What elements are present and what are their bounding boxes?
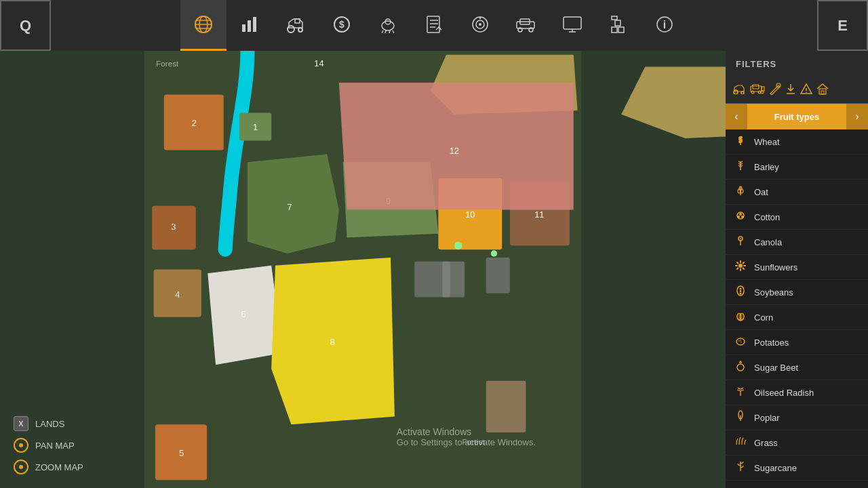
filter-tractor-icon[interactable] <box>732 83 746 97</box>
svg-rect-19 <box>427 16 439 33</box>
right-panel: FILTERS <box>726 51 868 488</box>
fruit-name-potatoes: Potatoes <box>754 338 789 348</box>
svg-text:3: 3 <box>171 222 176 232</box>
svg-point-86 <box>761 91 764 94</box>
nav-icon-tractor[interactable] <box>273 0 319 51</box>
filters-label: FILTERS <box>736 59 776 69</box>
svg-point-111 <box>738 340 740 342</box>
filter-house-icon[interactable] <box>816 83 829 98</box>
svg-point-101 <box>741 216 744 218</box>
main-content: Forest 2 1 7 9 10 11 12 14 <box>0 51 868 488</box>
fruit-icon-grass <box>734 435 747 450</box>
svg-text:12: 12 <box>450 146 459 156</box>
svg-line-17 <box>389 30 390 33</box>
q-button[interactable]: Q <box>0 0 51 51</box>
nav-icon-mission[interactable] <box>457 0 503 51</box>
svg-text:1: 1 <box>253 122 258 132</box>
svg-rect-82 <box>753 85 759 89</box>
svg-point-112 <box>741 342 742 343</box>
svg-point-9 <box>298 28 302 32</box>
fruit-icon-canola <box>734 235 747 249</box>
nav-icon-animal[interactable] <box>365 0 411 51</box>
fruit-item-sugar_beet[interactable]: Sugar Beet <box>726 355 868 380</box>
svg-text:5: 5 <box>179 448 184 458</box>
svg-line-15 <box>382 30 383 33</box>
topbar: Q <box>0 0 868 51</box>
fruit-icon-corn <box>734 310 747 325</box>
svg-point-100 <box>739 213 742 216</box>
fruit-item-sunflowers[interactable]: Sunflowers <box>726 255 868 280</box>
map-area[interactable]: Forest 2 1 7 9 10 11 12 14 <box>0 51 726 488</box>
svg-rect-69 <box>442 262 465 298</box>
fruit-name-sugarcane: Sugarcane <box>754 463 797 473</box>
svg-marker-49 <box>248 154 339 253</box>
fruit-types-prev[interactable]: ‹ <box>726 104 747 129</box>
fruit-item-corn[interactable]: Corn <box>726 305 868 330</box>
filter-truck-icon[interactable] <box>750 83 765 97</box>
fruit-item-canola[interactable]: Canola <box>726 230 868 255</box>
nav-icon-map[interactable] <box>180 0 226 51</box>
nav-icon-monitor[interactable] <box>549 0 595 51</box>
svg-text:Forest: Forest <box>156 59 179 68</box>
fruit-list[interactable]: WheatBarleyOatCottonCanolaSunflowersSoyb… <box>726 129 868 488</box>
svg-point-113 <box>740 340 741 341</box>
fruit-item-sugarcane[interactable]: Sugarcane <box>726 455 868 481</box>
nav-icon-contract[interactable] <box>411 0 457 51</box>
svg-rect-72 <box>486 381 526 432</box>
svg-rect-6 <box>248 20 251 32</box>
fruit-item-wheat[interactable]: Wheat <box>726 129 868 155</box>
activate-windows-title: Activate Windows <box>397 426 536 437</box>
fruit-types-next[interactable]: › <box>846 104 868 129</box>
fruit-icon-cotton <box>734 209 747 224</box>
nav-icon-info[interactable]: i <box>642 0 688 51</box>
svg-rect-36 <box>615 20 620 26</box>
svg-point-110 <box>736 338 745 345</box>
zoom-map-control[interactable]: ZOOM MAP <box>14 460 83 474</box>
svg-point-107 <box>740 288 742 290</box>
svg-marker-42 <box>621 66 726 138</box>
e-button[interactable]: E <box>817 0 868 51</box>
fruit-item-poplar[interactable]: Poplar <box>726 405 868 430</box>
fruit-name-oat: Oat <box>754 187 768 197</box>
filter-download-icon[interactable] <box>785 83 796 98</box>
svg-point-13 <box>382 21 394 30</box>
pan-icon <box>14 438 28 453</box>
fruit-item-barley[interactable]: Barley <box>726 155 868 180</box>
nav-icon-vehicle[interactable] <box>503 0 549 51</box>
zoom-icon <box>14 460 28 474</box>
x-key: X <box>14 416 28 431</box>
svg-rect-91 <box>819 89 826 94</box>
filter-warning-icon[interactable] <box>800 83 812 98</box>
filter-tools-icon[interactable] <box>769 83 781 98</box>
fruit-item-grass[interactable]: Grass <box>726 430 868 455</box>
pan-map-control[interactable]: PAN MAP <box>14 438 83 453</box>
lands-label: LANDS <box>35 419 64 429</box>
svg-point-105 <box>738 264 743 268</box>
fruit-name-sunflowers: Sunflowers <box>754 262 797 272</box>
fruit-item-oat[interactable]: Oat <box>726 180 868 205</box>
fruit-name-oilseed_radish: Oilseed Radish <box>754 388 814 398</box>
nav-icon-stats[interactable] <box>226 0 273 51</box>
activate-windows-desc: Go to Settings to activate Windows. <box>397 437 536 447</box>
nav-icon-build[interactable] <box>595 0 642 51</box>
fruit-item-soybeans[interactable]: Soybeans <box>726 280 868 305</box>
fruit-item-cotton[interactable]: Cotton <box>726 205 868 230</box>
svg-rect-31 <box>564 17 581 29</box>
lands-control[interactable]: X LANDS <box>14 416 83 431</box>
bottom-controls: X LANDS PAN MAP ZOOM MAP <box>14 416 83 474</box>
fruit-item-potatoes[interactable]: Potatoes <box>726 330 868 355</box>
svg-point-77 <box>19 443 23 447</box>
svg-rect-7 <box>253 17 256 32</box>
nav-icon-dollar[interactable]: $ <box>319 0 365 51</box>
svg-rect-37 <box>612 16 617 20</box>
svg-text:8: 8 <box>330 337 335 347</box>
fruit-name-wheat: Wheat <box>754 137 780 147</box>
fruit-name-sugar_beet: Sugar Beet <box>754 363 798 373</box>
svg-line-18 <box>393 30 394 33</box>
svg-rect-35 <box>618 27 624 33</box>
fruit-icon-poplar <box>734 410 747 425</box>
svg-rect-34 <box>612 27 617 33</box>
svg-rect-5 <box>242 24 245 32</box>
fruit-item-oilseed_radish[interactable]: Oilseed Radish <box>726 380 868 405</box>
fruit-types-nav: ‹ Fruit types › <box>726 104 868 129</box>
